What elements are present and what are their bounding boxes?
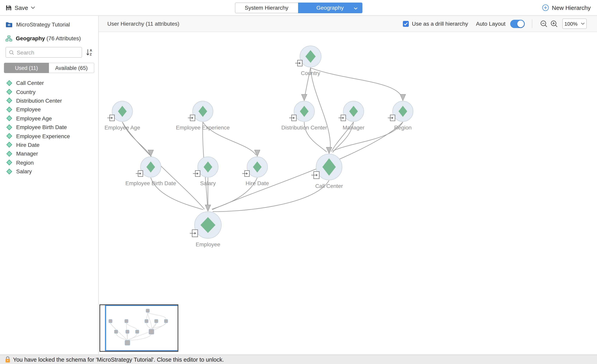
search-box[interactable]: [6, 47, 82, 58]
statusbar: You have locked the schema for 'MicroStr…: [0, 355, 597, 364]
attribute-item-label: Region: [16, 159, 34, 166]
tab-geography-label: Geography: [316, 5, 344, 11]
entry-point-icon: [289, 115, 296, 121]
node-label-employee-birth-date: Employee Birth Date: [126, 180, 176, 186]
node-label-employee-age: Employee Age: [105, 125, 140, 131]
toggle-knob: [517, 20, 524, 27]
node-label-employee-experience: Employee Experience: [176, 125, 230, 131]
attribute-diamond-icon: [6, 133, 12, 139]
entry-point-icon: [136, 171, 143, 176]
project-row[interactable]: MicroStrategy Tutorial: [0, 21, 98, 28]
header-controls: Use as a drill hierarchy Auto Layout: [403, 19, 587, 29]
node-country[interactable]: Country: [295, 46, 321, 76]
node-employee-experience[interactable]: Employee Experience: [176, 101, 230, 131]
attribute-item-distribution-center[interactable]: Distribution Center: [0, 96, 98, 105]
node-employee-birth-date[interactable]: Employee Birth Date: [126, 157, 176, 186]
node-salary[interactable]: Salary: [193, 157, 218, 186]
attribute-item-employee[interactable]: Employee: [0, 105, 98, 114]
attribute-item-employee-age[interactable]: Employee Age: [0, 114, 98, 123]
attribute-item-salary[interactable]: Salary: [0, 167, 98, 176]
attribute-item-label: Salary: [16, 168, 32, 174]
zoom-level-value: 100%: [565, 21, 578, 27]
node-label-salary: Salary: [200, 180, 216, 186]
node-region[interactable]: Region: [388, 101, 413, 131]
entry-point-icon: [193, 171, 200, 176]
attribute-filter-tabs: Used (11) Available (65): [4, 63, 94, 73]
node-label-hire-date: Hire Date: [246, 180, 269, 186]
node-hire-date[interactable]: Hire Date: [242, 157, 269, 186]
attribute-item-employee-birth-date[interactable]: Employee Birth Date: [0, 123, 98, 132]
svg-text:A: A: [90, 49, 92, 52]
node-label-country: Country: [301, 70, 320, 76]
tab-available[interactable]: Available (65): [49, 63, 94, 73]
zoom-out-icon: [540, 20, 548, 27]
hierarchy-icon: [6, 35, 12, 41]
chevron-down-icon: [31, 6, 35, 9]
status-message: You have locked the schema for 'MicroStr…: [13, 356, 224, 363]
search-input[interactable]: [17, 49, 79, 55]
zoom-level-select[interactable]: 100%: [562, 19, 587, 29]
attribute-diamond-icon: [6, 151, 12, 157]
tab-system-hierarchy[interactable]: System Hierarchy: [235, 2, 298, 13]
tab-used[interactable]: Used (11): [4, 63, 49, 73]
attribute-item-manager[interactable]: Manager: [0, 149, 98, 158]
attribute-item-label: Manager: [16, 150, 38, 157]
arrowhead-into-distribution-center: [301, 94, 307, 101]
middle-region: MicroStrategy Tutorial Geography (76 Att…: [0, 16, 597, 355]
new-hierarchy-label: New Hierarchy: [552, 4, 591, 11]
attribute-item-country[interactable]: Country: [0, 87, 98, 96]
attribute-diamond-icon: [6, 89, 12, 95]
attribute-item-call-center[interactable]: Call Center: [0, 79, 98, 87]
attribute-diamond-icon: [6, 98, 12, 104]
sidebar: MicroStrategy Tutorial Geography (76 Att…: [0, 16, 99, 355]
node-manager[interactable]: Manager: [338, 101, 364, 131]
node-label-distribution-center: Distribution Center: [281, 125, 327, 131]
zoom-out-button[interactable]: [539, 19, 549, 29]
svg-text:Z: Z: [90, 53, 92, 56]
attribute-item-label: Employee: [16, 106, 41, 113]
node-label-manager: Manager: [343, 125, 365, 131]
minimap-viewport[interactable]: [105, 305, 178, 351]
attribute-item-hire-date[interactable]: Hire Date: [0, 140, 98, 149]
hierarchy-canvas[interactable]: CountryEmployee AgeEmployee ExperienceDi…: [99, 32, 597, 355]
folder-icon: [6, 22, 13, 27]
attribute-diamond-icon: [6, 168, 12, 174]
attribute-item-employee-experience[interactable]: Employee Experience: [0, 132, 98, 141]
arrowhead-into-employee: [205, 205, 211, 211]
node-label-call-center: Call Center: [315, 183, 343, 189]
attribute-item-label: Call Center: [16, 80, 44, 86]
sort-az-icon[interactable]: A Z: [86, 48, 93, 56]
attribute-diamond-icon: [6, 142, 12, 148]
save-label: Save: [15, 4, 28, 11]
node-label-region: Region: [394, 125, 412, 131]
new-hierarchy-button[interactable]: New Hierarchy: [542, 4, 591, 11]
chevron-down-icon: [581, 23, 585, 25]
edge-call-center-to-employee: [213, 180, 329, 212]
attribute-item-label: Distribution Center: [16, 97, 62, 104]
entry-point-icon: [388, 115, 395, 121]
entry-point-icon: [311, 172, 319, 179]
zoom-in-button[interactable]: [549, 19, 559, 29]
node-call-center[interactable]: Call Center: [311, 154, 343, 189]
entry-point-icon: [295, 60, 302, 66]
save-button[interactable]: Save: [6, 4, 35, 11]
auto-layout-label: Auto Layout: [476, 21, 505, 27]
auto-layout-toggle[interactable]: [510, 20, 525, 28]
node-employee-age[interactable]: Employee Age: [105, 101, 140, 131]
edge-employee-age-to-employee: [122, 122, 204, 209]
node-employee[interactable]: Employee: [190, 212, 221, 247]
edge-country-to-region: [311, 68, 403, 100]
minimap[interactable]: [99, 304, 178, 352]
check-icon: [404, 22, 408, 25]
entry-point-icon: [242, 171, 249, 176]
attribute-diamond-icon: [6, 124, 12, 130]
attribute-item-region[interactable]: Region: [0, 158, 98, 167]
tab-geography-dropdown[interactable]: Geography: [298, 2, 362, 13]
topbar: Save System Hierarchy Geography New Hier…: [0, 0, 597, 16]
attribute-list: Call CenterCountryDistribution CenterEmp…: [0, 79, 98, 176]
chevron-down-icon: [353, 7, 357, 9]
main-area: User Hierarchy (11 attributes) Use as a …: [99, 16, 597, 355]
hierarchy-editor: Save System Hierarchy Geography New Hier…: [0, 0, 597, 364]
drill-hierarchy-checkbox[interactable]: [403, 21, 409, 27]
selected-hierarchy-row[interactable]: Geography (76 Attributes): [0, 35, 98, 42]
